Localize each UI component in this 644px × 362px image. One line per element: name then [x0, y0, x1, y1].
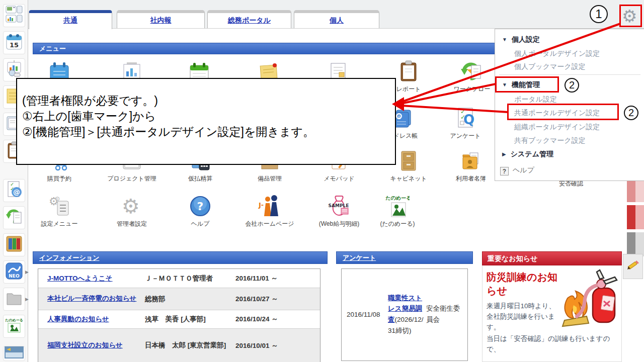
bookshelf-icon [5, 234, 23, 255]
dropdown-item-common-portal-design[interactable]: 共通ポータルデザイン設定 [514, 109, 600, 118]
help-circle-icon: ? [188, 194, 212, 218]
svg-text:?: ? [197, 200, 204, 213]
sidebar-item-tanomeru[interactable]: たのめーる [3, 315, 25, 338]
info-date: 2016/10/27 ～ [235, 295, 311, 304]
cropped-image-chip [627, 180, 644, 202]
annotation-line-1: (管理者権限が必要です。) [22, 93, 395, 109]
gear-large-icon: ⚙ [120, 194, 144, 218]
menu-item-admin-settings[interactable]: ⚙ 管理者設定 [99, 194, 165, 228]
workflow-icon [5, 207, 23, 228]
dropdown-item-personal-portal-design[interactable]: 個人ポータルデザイン設定 [514, 49, 600, 58]
workflow-icon [460, 59, 484, 83]
tab-common[interactable]: 共通 [29, 10, 112, 29]
important-section-header: 重要なお知らせ [482, 251, 622, 265]
dropdown-item-help[interactable]: ?ヘルプ [500, 166, 534, 175]
svg-text:Q: Q [463, 112, 474, 127]
svg-text:J-: J- [258, 201, 264, 209]
table-row: 本社ビル一斉停電のお知らせ 総務部 2016/10/27 ～ [38, 288, 320, 310]
sidebar-expand-neo-icon[interactable]: ▶ [25, 269, 29, 275]
info-date: 2016/10/01 ～ [235, 341, 311, 350]
menu-item-settings-menu[interactable]: ⚙⚙ 設定メニュー [27, 194, 92, 228]
menu-item-help[interactable]: ? ヘルプ [168, 194, 233, 228]
triangle-right-icon: ▶ [502, 151, 506, 157]
cropped-image-chip [627, 205, 644, 229]
table-row: 2016/11/08 職業性ストレス簡易調査(2026/12/31締切) 安全衛… [342, 269, 467, 359]
question-mark-icon: ? [500, 167, 509, 175]
menu-item-payslip[interactable]: SAMPLE (Web給与明細) [306, 194, 372, 228]
survey-title-link[interactable]: アンケート [343, 254, 376, 261]
tanomeru-icon: たのめーる [5, 318, 23, 335]
sidebar-item-folder[interactable] [3, 288, 25, 311]
tab-personal[interactable]: 個人 [294, 10, 379, 28]
menu-item-tanomeru[interactable]: たのめーる (たのめーる) [365, 194, 430, 228]
sidebar-item-neo[interactable]: NEO [3, 260, 25, 284]
sidebar-item-banner[interactable] [3, 346, 25, 361]
annotation-line-3: ②[機能管理]＞[共通ポータルデザイン設定]を開きます。 [22, 124, 395, 140]
dropdown-item-portal-settings[interactable]: ポータル設定 [514, 95, 557, 104]
info-link[interactable]: 本社ビル一斉停電のお知らせ [47, 295, 136, 302]
tab-general-affairs[interactable]: 総務ポータル [207, 10, 291, 28]
dropdown-item-shared-bookmark[interactable]: 共有ブックマーク設定 [514, 136, 586, 145]
sidebar-expand-folder-icon[interactable]: ▶ [25, 297, 29, 302]
presentation-icon [5, 59, 23, 80]
info-date: 2016/11/01 ～ [235, 274, 311, 283]
info-link[interactable]: 福岡支社設立のお知らせ [47, 341, 123, 349]
menu-item-roster[interactable]: 利用者名簿 [438, 149, 504, 183]
dropdown-item-org-portal-design[interactable]: 組織ポータルデザイン設定 [514, 123, 600, 132]
folder-icon [5, 289, 23, 310]
table-row: J-MOTTOへようこそ Ｊ－ＭＯＴＴＯ管理者 2016/11/01 ～ [38, 269, 320, 288]
sidebar-item-workflow[interactable] [3, 206, 25, 229]
info-link[interactable]: J-MOTTOへようこそ [47, 275, 113, 282]
sidebar-item-schedule[interactable]: 15 [3, 31, 25, 54]
dropdown-section-function[interactable]: ▼機能管理 [502, 80, 540, 89]
cropped-image-chip [627, 232, 644, 256]
tab-company-news[interactable]: 社内報 [117, 10, 205, 28]
pencil-icon [626, 258, 640, 275]
notice-heading: 防災訓練のお知らせ [487, 270, 559, 298]
settings-dropdown-menu: ▼個人設定 個人ポータルデザイン設定 個人ブックマーク設定 ▼機能管理 ポータル… [495, 29, 644, 181]
callout-step-1: 1 [590, 5, 608, 23]
menu-section-title: メニュー [39, 45, 66, 52]
survey-icon: ✓✓@ [5, 180, 23, 201]
fire-extinguisher-image [553, 268, 621, 343]
triangle-down-icon: ▼ [502, 82, 507, 87]
dropdown-item-personal-bookmark[interactable]: 個人ブックマーク設定 [514, 62, 586, 71]
annotation-line-2: ①右上の[歯車マーク]から [22, 109, 395, 124]
information-title-link[interactable]: インフォメーション [39, 254, 99, 261]
info-link[interactable]: 人事異動のお知らせ [47, 315, 109, 323]
information-table: J-MOTTOへようこそ Ｊ－ＭＯＴＴＯ管理者 2016/11/01 ～ 本社ビ… [38, 268, 320, 362]
svg-text:@: @ [396, 113, 402, 120]
dropdown-separator [499, 74, 640, 75]
portal-page: 15 ✓✓@ [0, 0, 644, 362]
info-author: 日本橋 太郎 [東京営業部] [145, 341, 235, 350]
callout-step-2a: 2 [565, 78, 579, 93]
svg-text:⚙: ⚙ [122, 195, 140, 218]
jm-people-logo-icon: J- [258, 194, 282, 218]
menu-item-company-homepage[interactable]: J- 会社ホームページ [237, 194, 302, 228]
menu-item-survey[interactable]: ✓✓Q アンケート [433, 106, 498, 140]
svg-text:15: 15 [10, 41, 19, 49]
svg-text:@: @ [13, 188, 20, 196]
gear-icon[interactable]: ⚙ [622, 6, 637, 27]
sidebar-item-portal[interactable] [3, 4, 25, 27]
annotation-note: (管理者権限が必要です。) ①右上の[歯車マーク]から ②[機能管理]＞[共通ポ… [16, 78, 396, 165]
sidebar-item-document-shelf[interactable] [3, 233, 25, 256]
info-author: Ｊ－ＭＯＴＴＯ管理者 [145, 274, 235, 283]
svg-text:たのめーる: たのめーる [386, 195, 410, 201]
survey-section-header: アンケート [336, 251, 473, 264]
info-author: 浅草 美香 [人事部] [145, 315, 235, 324]
sidebar-item-survey[interactable]: ✓✓@ [3, 179, 25, 202]
notice-body-1: 来週月曜日10時より、全社防災訓練を行います。 [487, 301, 557, 332]
user-folder-icon [459, 149, 483, 173]
info-author: 総務部 [145, 295, 235, 304]
edit-pencil-button[interactable] [623, 254, 643, 279]
dropdown-section-system[interactable]: ▶システム管理 [502, 150, 553, 159]
table-row: 福岡支社設立のお知らせ 日本橋 太郎 [東京営業部] 2016/10/01 ～ [38, 329, 320, 362]
info-date: 2016/10/24 ～ [235, 315, 311, 324]
gears-document-icon: ⚙⚙ [47, 194, 71, 218]
dropdown-section-personal[interactable]: ▼個人設定 [502, 35, 540, 44]
banner-icon [5, 346, 24, 360]
important-title: 重要なお知らせ [488, 254, 537, 262]
survey-q-icon: ✓✓Q [453, 106, 477, 130]
callout-step-2b: 2 [624, 106, 638, 120]
